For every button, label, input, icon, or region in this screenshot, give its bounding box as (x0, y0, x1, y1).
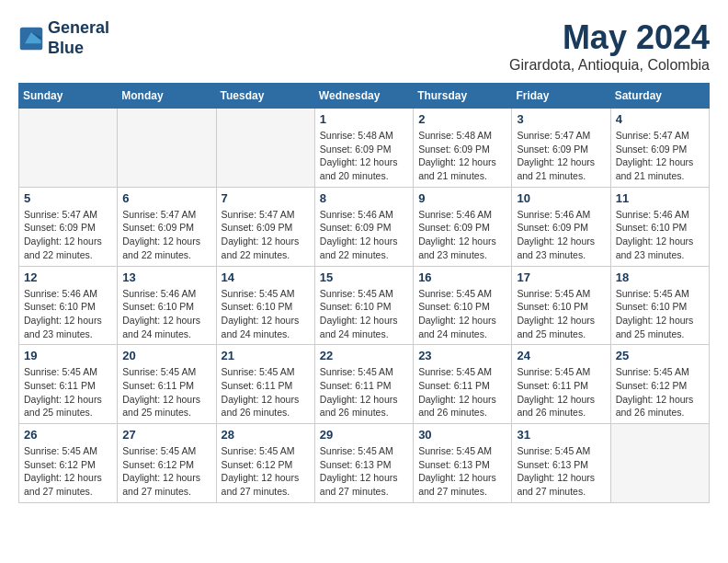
day-info: Sunrise: 5:45 AMSunset: 6:12 PMDaylight:… (222, 444, 310, 499)
day-info: Sunrise: 5:46 AMSunset: 6:09 PMDaylight:… (418, 208, 506, 262)
logo-text: General Blue (48, 18, 109, 58)
day-info: Sunrise: 5:46 AMSunset: 6:10 PMDaylight:… (122, 287, 210, 341)
calendar-cell: 30Sunrise: 5:45 AMSunset: 6:13 PMDayligh… (414, 424, 512, 503)
day-info: Sunrise: 5:45 AMSunset: 6:10 PMDaylight:… (517, 287, 605, 341)
logo-line1: General (48, 18, 109, 39)
calendar-week-row: 12Sunrise: 5:46 AMSunset: 6:10 PMDayligh… (19, 266, 710, 345)
day-number: 18 (616, 270, 704, 284)
day-number: 30 (418, 428, 506, 442)
day-info: Sunrise: 5:45 AMSunset: 6:11 PMDaylight:… (418, 365, 506, 419)
day-number: 1 (320, 112, 408, 126)
calendar-cell: 28Sunrise: 5:45 AMSunset: 6:12 PMDayligh… (216, 424, 314, 503)
calendar-cell: 17Sunrise: 5:45 AMSunset: 6:10 PMDayligh… (512, 266, 610, 345)
calendar-cell: 8Sunrise: 5:46 AMSunset: 6:09 PMDaylight… (314, 187, 413, 266)
day-info: Sunrise: 5:45 AMSunset: 6:11 PMDaylight:… (122, 365, 210, 419)
calendar-week-row: 26Sunrise: 5:45 AMSunset: 6:12 PMDayligh… (19, 424, 710, 503)
calendar-cell: 12Sunrise: 5:46 AMSunset: 6:10 PMDayligh… (19, 266, 118, 345)
day-number: 10 (517, 191, 605, 205)
day-number: 21 (222, 349, 310, 362)
day-number: 20 (122, 349, 210, 362)
day-number: 14 (222, 270, 310, 284)
calendar-cell: 20Sunrise: 5:45 AMSunset: 6:11 PMDayligh… (118, 345, 216, 424)
day-number: 17 (517, 270, 605, 284)
header: General Blue May 2024 Girardota, Antioqu… (18, 18, 710, 74)
day-number: 8 (320, 191, 408, 205)
weekday-header: Friday (512, 84, 610, 109)
day-number: 29 (320, 428, 408, 442)
day-number: 16 (418, 270, 506, 284)
calendar-cell: 24Sunrise: 5:45 AMSunset: 6:11 PMDayligh… (512, 345, 610, 424)
title-area: May 2024 Girardota, Antioquia, Colombia (509, 18, 710, 74)
calendar-cell: 15Sunrise: 5:45 AMSunset: 6:10 PMDayligh… (314, 266, 413, 345)
calendar-cell (610, 424, 709, 503)
calendar-cell: 26Sunrise: 5:45 AMSunset: 6:12 PMDayligh… (19, 424, 118, 503)
calendar-cell: 21Sunrise: 5:45 AMSunset: 6:11 PMDayligh… (216, 345, 314, 424)
day-number: 27 (122, 428, 210, 442)
day-info: Sunrise: 5:45 AMSunset: 6:13 PMDaylight:… (418, 444, 506, 499)
logo-line2: Blue (48, 39, 109, 59)
day-info: Sunrise: 5:46 AMSunset: 6:09 PMDaylight:… (320, 208, 408, 262)
weekday-header: Sunday (19, 84, 118, 109)
day-info: Sunrise: 5:45 AMSunset: 6:12 PMDaylight:… (24, 444, 112, 499)
calendar-cell: 4Sunrise: 5:47 AMSunset: 6:09 PMDaylight… (610, 109, 709, 188)
day-number: 31 (517, 428, 605, 442)
calendar-cell: 3Sunrise: 5:47 AMSunset: 6:09 PMDaylight… (512, 109, 610, 188)
day-info: Sunrise: 5:45 AMSunset: 6:12 PMDaylight:… (616, 365, 704, 419)
calendar-cell: 16Sunrise: 5:45 AMSunset: 6:10 PMDayligh… (414, 266, 512, 345)
calendar-cell: 19Sunrise: 5:45 AMSunset: 6:11 PMDayligh… (19, 345, 118, 424)
calendar-cell: 22Sunrise: 5:45 AMSunset: 6:11 PMDayligh… (314, 345, 413, 424)
day-info: Sunrise: 5:48 AMSunset: 6:09 PMDaylight:… (320, 129, 408, 183)
weekday-header: Saturday (610, 84, 709, 109)
day-number: 3 (517, 112, 605, 126)
calendar-cell: 6Sunrise: 5:47 AMSunset: 6:09 PMDaylight… (118, 187, 216, 266)
calendar-cell (118, 109, 216, 188)
day-info: Sunrise: 5:45 AMSunset: 6:12 PMDaylight:… (122, 444, 210, 499)
day-number: 28 (222, 428, 310, 442)
day-number: 23 (418, 349, 506, 362)
day-number: 19 (24, 349, 112, 362)
calendar-subtitle: Girardota, Antioquia, Colombia (509, 57, 710, 74)
calendar-cell: 23Sunrise: 5:45 AMSunset: 6:11 PMDayligh… (414, 345, 512, 424)
calendar-cell: 25Sunrise: 5:45 AMSunset: 6:12 PMDayligh… (610, 345, 709, 424)
calendar-week-row: 19Sunrise: 5:45 AMSunset: 6:11 PMDayligh… (19, 345, 710, 424)
day-number: 7 (222, 191, 310, 205)
weekday-header: Wednesday (314, 84, 413, 109)
day-number: 6 (122, 191, 210, 205)
calendar-cell (216, 109, 314, 188)
day-number: 24 (517, 349, 605, 362)
day-info: Sunrise: 5:46 AMSunset: 6:09 PMDaylight:… (517, 208, 605, 262)
day-info: Sunrise: 5:47 AMSunset: 6:09 PMDaylight:… (517, 129, 605, 183)
day-info: Sunrise: 5:45 AMSunset: 6:10 PMDaylight:… (418, 287, 506, 341)
day-info: Sunrise: 5:45 AMSunset: 6:11 PMDaylight:… (24, 365, 112, 419)
day-number: 5 (24, 191, 112, 205)
day-info: Sunrise: 5:45 AMSunset: 6:11 PMDaylight:… (320, 365, 408, 419)
day-info: Sunrise: 5:45 AMSunset: 6:11 PMDaylight:… (222, 365, 310, 419)
day-info: Sunrise: 5:45 AMSunset: 6:10 PMDaylight:… (616, 287, 704, 341)
calendar-cell: 14Sunrise: 5:45 AMSunset: 6:10 PMDayligh… (216, 266, 314, 345)
calendar-cell: 31Sunrise: 5:45 AMSunset: 6:13 PMDayligh… (512, 424, 610, 503)
day-info: Sunrise: 5:45 AMSunset: 6:10 PMDaylight:… (320, 287, 408, 341)
day-info: Sunrise: 5:45 AMSunset: 6:13 PMDaylight:… (517, 444, 605, 499)
calendar-cell: 10Sunrise: 5:46 AMSunset: 6:09 PMDayligh… (512, 187, 610, 266)
calendar-week-row: 1Sunrise: 5:48 AMSunset: 6:09 PMDaylight… (19, 109, 710, 188)
day-number: 9 (418, 191, 506, 205)
day-info: Sunrise: 5:47 AMSunset: 6:09 PMDaylight:… (222, 208, 310, 262)
day-info: Sunrise: 5:45 AMSunset: 6:13 PMDaylight:… (320, 444, 408, 499)
day-info: Sunrise: 5:47 AMSunset: 6:09 PMDaylight:… (122, 208, 210, 262)
day-info: Sunrise: 5:47 AMSunset: 6:09 PMDaylight:… (616, 129, 704, 183)
day-info: Sunrise: 5:46 AMSunset: 6:10 PMDaylight:… (616, 208, 704, 262)
logo: General Blue (18, 18, 109, 58)
day-info: Sunrise: 5:47 AMSunset: 6:09 PMDaylight:… (24, 208, 112, 262)
day-info: Sunrise: 5:45 AMSunset: 6:10 PMDaylight:… (222, 287, 310, 341)
calendar-cell: 2Sunrise: 5:48 AMSunset: 6:09 PMDaylight… (414, 109, 512, 188)
calendar-cell: 9Sunrise: 5:46 AMSunset: 6:09 PMDaylight… (414, 187, 512, 266)
calendar-cell: 11Sunrise: 5:46 AMSunset: 6:10 PMDayligh… (610, 187, 709, 266)
calendar-cell: 7Sunrise: 5:47 AMSunset: 6:09 PMDaylight… (216, 187, 314, 266)
day-number: 22 (320, 349, 408, 362)
calendar-cell: 29Sunrise: 5:45 AMSunset: 6:13 PMDayligh… (314, 424, 413, 503)
weekday-header: Thursday (414, 84, 512, 109)
day-number: 4 (616, 112, 704, 126)
day-number: 15 (320, 270, 408, 284)
calendar-cell: 13Sunrise: 5:46 AMSunset: 6:10 PMDayligh… (118, 266, 216, 345)
weekday-header: Monday (118, 84, 216, 109)
